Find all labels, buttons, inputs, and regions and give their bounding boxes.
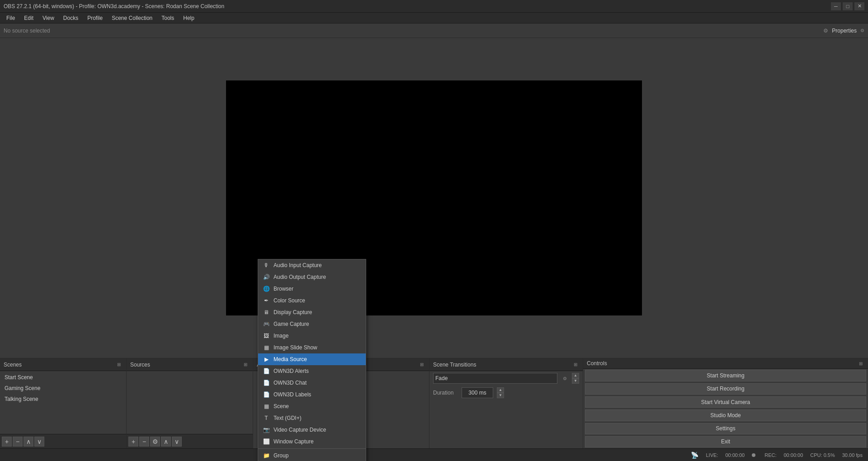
gear-icon: ⚙ bbox=[823, 28, 828, 34]
eyedropper-icon: ✒ bbox=[263, 297, 270, 304]
transition-up-btn[interactable]: ▲ bbox=[572, 373, 579, 378]
menu-profile[interactable]: Profile bbox=[83, 14, 107, 22]
cpu-label: CPU: 0.5% bbox=[810, 452, 835, 458]
duration-label: Duration bbox=[433, 390, 458, 396]
ctx-image-slide-show[interactable]: ▦ Image Slide Show bbox=[258, 342, 366, 353]
add-scene-button[interactable]: + bbox=[2, 437, 12, 447]
transition-duration-row: Duration ▲ ▼ bbox=[429, 386, 583, 400]
scene-item-talking[interactable]: Talking Scene bbox=[1, 394, 125, 405]
rec-time: 00:00:00 bbox=[783, 452, 803, 458]
scenes-panel-header: Scenes ⊞ bbox=[0, 358, 126, 371]
ctx-window-capture[interactable]: ⬜ Window Capture bbox=[258, 436, 366, 447]
add-source-button[interactable]: + bbox=[128, 437, 138, 447]
controls-header: Controls ⊞ bbox=[583, 358, 868, 369]
menu-bar: File Edit View Docks Profile Scene Colle… bbox=[0, 13, 868, 24]
menu-view[interactable]: View bbox=[38, 14, 59, 22]
properties-label[interactable]: Properties bbox=[832, 28, 857, 34]
move-down-source-button[interactable]: ∨ bbox=[172, 437, 182, 447]
close-button[interactable]: ✕ bbox=[854, 2, 864, 10]
ctx-image[interactable]: 🖼 Image bbox=[258, 330, 366, 342]
controls-icons: ⊞ bbox=[857, 360, 864, 367]
menu-scene-collection[interactable]: Scene Collection bbox=[107, 14, 157, 22]
play-icon: ▶ bbox=[263, 356, 270, 363]
scene-item-start[interactable]: Start Scene bbox=[1, 372, 125, 383]
scene-transitions-title: Scene Transitions bbox=[433, 362, 476, 368]
sources-header-icons: ⊞ bbox=[242, 361, 249, 368]
transition-spinner: ▲ ▼ bbox=[572, 373, 579, 384]
middle-section bbox=[0, 38, 868, 358]
controls-title: Controls bbox=[587, 360, 607, 367]
minimize-button[interactable]: ─ bbox=[831, 2, 841, 10]
ctx-audio-output-capture[interactable]: 🔊 Audio Output Capture bbox=[258, 271, 366, 283]
live-time: 00:00:00 bbox=[725, 452, 745, 458]
doc3-icon: 📄 bbox=[263, 391, 270, 398]
images-icon: ▦ bbox=[263, 344, 270, 351]
ctx-display-capture[interactable]: 🖥 Display Capture bbox=[258, 306, 366, 318]
ctx-media-source[interactable]: ▶ Media Source bbox=[258, 353, 366, 365]
move-down-scene-button[interactable]: ∨ bbox=[34, 437, 44, 447]
ctx-audio-input-capture[interactable]: 🎙 Audio Input Capture bbox=[258, 259, 366, 271]
ctx-text-gdi[interactable]: T Text (GDI+) bbox=[258, 412, 366, 424]
scenes-expand-icon[interactable]: ⊞ bbox=[115, 361, 123, 368]
ctx-video-capture-device[interactable]: 📷 Video Capture Device bbox=[258, 424, 366, 436]
status-bar: 📡 LIVE: 00:00:00 REC: 00:00:00 CPU: 0.5%… bbox=[0, 448, 868, 461]
doc2-icon: 📄 bbox=[263, 379, 270, 386]
ctx-own3d-alerts[interactable]: 📄 OWN3D Alerts bbox=[258, 365, 366, 377]
settings-button[interactable]: Settings bbox=[585, 423, 866, 434]
studio-mode-button[interactable]: Studio Mode bbox=[585, 409, 866, 421]
scene-item-gaming[interactable]: Gaming Scene bbox=[1, 383, 125, 394]
audio-mixer-icons: ⊞ bbox=[418, 361, 425, 368]
ctx-own3d-labels[interactable]: 📄 OWN3D Labels bbox=[258, 389, 366, 400]
menu-tools[interactable]: Tools bbox=[157, 14, 179, 22]
duration-up-btn[interactable]: ▲ bbox=[497, 387, 504, 393]
duration-input[interactable] bbox=[462, 387, 493, 398]
start-recording-button[interactable]: Start Recording bbox=[585, 383, 866, 395]
controls-expand-icon[interactable]: ⊞ bbox=[857, 360, 864, 367]
menu-file[interactable]: File bbox=[2, 14, 19, 22]
ctx-browser[interactable]: 🌐 Browser bbox=[258, 283, 366, 295]
ctx-separator1 bbox=[258, 448, 366, 449]
menu-edit[interactable]: Edit bbox=[19, 14, 38, 22]
ctx-group[interactable]: 📁 Group bbox=[258, 450, 366, 461]
preview-wrapper bbox=[0, 38, 868, 358]
controls-panel: Controls ⊞ Start Streaming Start Recordi… bbox=[583, 358, 868, 448]
source-settings-button[interactable]: ⚙ bbox=[150, 437, 160, 447]
duration-down-btn[interactable]: ▼ bbox=[497, 393, 504, 398]
move-up-scene-button[interactable]: ∧ bbox=[24, 437, 33, 447]
audio-mixer-expand-icon[interactable]: ⊞ bbox=[418, 361, 425, 368]
text-icon: T bbox=[263, 414, 270, 422]
menu-docks[interactable]: Docks bbox=[59, 14, 83, 22]
duration-spinner: ▲ ▼ bbox=[497, 387, 504, 398]
scene-list: Start Scene Gaming Scene Talking Scene bbox=[0, 371, 126, 434]
transition-settings-icon[interactable]: ⚙ bbox=[561, 375, 568, 382]
live-label: LIVE: bbox=[706, 452, 718, 458]
ctx-own3d-chat[interactable]: 📄 OWN3D Chat bbox=[258, 377, 366, 389]
scenes-panel: Scenes ⊞ Start Scene Gaming Scene Talkin… bbox=[0, 358, 127, 448]
mic-icon: 🎙 bbox=[263, 262, 270, 269]
transition-type-select[interactable]: Fade bbox=[433, 373, 557, 384]
menu-help[interactable]: Help bbox=[179, 14, 199, 22]
monitor-icon: 🖥 bbox=[263, 309, 270, 316]
sources-panel-header: Sources ⊞ bbox=[127, 358, 253, 371]
ctx-color-source[interactable]: ✒ Color Source bbox=[258, 295, 366, 306]
exit-button[interactable]: Exit bbox=[585, 436, 866, 447]
scene-transitions-expand-icon[interactable]: ⊞ bbox=[572, 361, 579, 368]
network-icon: 📡 bbox=[691, 452, 698, 459]
transition-down-btn[interactable]: ▼ bbox=[572, 378, 579, 384]
rec-label: REC: bbox=[764, 452, 776, 458]
move-up-source-button[interactable]: ∧ bbox=[161, 437, 171, 447]
folder-icon: 📁 bbox=[263, 452, 270, 459]
sources-panel: Sources ⊞ 🎙 Audio Input Capture 🔊 Audio … bbox=[127, 358, 253, 448]
ctx-scene[interactable]: ▦ Scene bbox=[258, 400, 366, 412]
sources-expand-icon[interactable]: ⊞ bbox=[242, 361, 249, 368]
start-streaming-button[interactable]: Start Streaming bbox=[585, 370, 866, 381]
start-virtual-camera-button[interactable]: Start Virtual Camera bbox=[585, 396, 866, 408]
remove-source-button[interactable]: − bbox=[139, 437, 149, 447]
sources-list-area bbox=[127, 371, 253, 434]
title-bar: OBS 27.2.1 (64-bit, windows) - Profile: … bbox=[0, 0, 868, 13]
ctx-game-capture[interactable]: 🎮 Game Capture bbox=[258, 318, 366, 330]
maximize-button[interactable]: □ bbox=[843, 2, 853, 10]
speaker-icon: 🔊 bbox=[263, 273, 270, 281]
gamepad-icon: 🎮 bbox=[263, 320, 270, 328]
remove-scene-button[interactable]: − bbox=[13, 437, 23, 447]
